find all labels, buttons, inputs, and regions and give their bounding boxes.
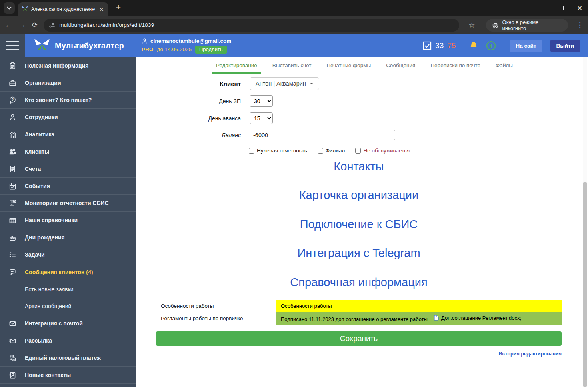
count-primary: 33 bbox=[435, 41, 444, 50]
checkbox-input[interactable] bbox=[355, 148, 361, 154]
address-bar[interactable]: multibuhgalter.ru/admin/orgs/edit/1839 bbox=[44, 19, 459, 32]
section-link[interactable]: Справочная информация bbox=[290, 276, 427, 290]
section-link[interactable]: Подключение к СБИС bbox=[300, 218, 418, 232]
section-links: КонтактыКарточка организацииПодключение … bbox=[136, 154, 582, 290]
flags-row: Нулевая отчетностьФилиалНе обслуживается bbox=[249, 148, 588, 154]
sidebar-item[interactable]: Рассылка bbox=[0, 332, 136, 349]
checkbox-input[interactable] bbox=[249, 148, 254, 154]
app-header: Мультибухгалтер cinemanoctambule@gmail.c… bbox=[0, 34, 588, 57]
sidebar-item-label: Счета bbox=[25, 166, 41, 172]
clipboard-icon bbox=[0, 62, 25, 70]
section-link[interactable]: Контакты bbox=[334, 160, 384, 174]
brand-logo[interactable]: Мультибухгалтер bbox=[25, 38, 142, 53]
sidebar-item[interactable]: ?Кто звонит? Кто пишет? bbox=[0, 92, 136, 109]
sidebar-item-label: Аналитика bbox=[25, 131, 54, 138]
briefcase-icon bbox=[0, 79, 25, 87]
sidebar-item-label: Кто звонит? Кто пишет? bbox=[25, 97, 92, 103]
site-settings-icon[interactable] bbox=[49, 22, 55, 28]
client-value: Антон | Аквамарин bbox=[256, 80, 306, 87]
browser-tab[interactable]: Аленка салон художественной ✕ bbox=[18, 2, 108, 16]
renew-button[interactable]: Продлить bbox=[195, 46, 227, 54]
salary-day-select[interactable]: 30 bbox=[250, 95, 273, 107]
advance-day-row: День аванса 15 bbox=[136, 112, 588, 124]
sidebar-item-label: Мониторинг отчетности СБИС bbox=[25, 200, 109, 206]
table-value-text: Подписано 11.11.2023 доп соглашение о ре… bbox=[281, 316, 428, 322]
sidebar-item[interactable]: События bbox=[0, 178, 136, 195]
forward-icon[interactable]: → bbox=[18, 21, 26, 30]
close-button[interactable]: ✕ bbox=[577, 4, 582, 12]
sidebar-item-label: Новые контакты bbox=[25, 372, 71, 378]
hamburger-menu-button[interactable] bbox=[0, 34, 25, 57]
sidebar-item-label: Сообщения клиентов (4) bbox=[25, 269, 93, 275]
tab-item[interactable]: Печатные формы bbox=[326, 57, 371, 74]
checkbox-input[interactable] bbox=[318, 148, 323, 154]
sidebar-item[interactable]: Счета bbox=[0, 160, 136, 178]
brand-name: Мультибухгалтер bbox=[55, 41, 124, 50]
advance-day-select[interactable]: 15 bbox=[250, 112, 273, 124]
save-button[interactable]: Сохранить bbox=[156, 331, 562, 346]
back-icon[interactable]: ← bbox=[5, 21, 12, 30]
sidebar-item-label: События bbox=[25, 183, 50, 189]
tasks-counter[interactable]: 33 75 bbox=[423, 41, 456, 50]
browser-chrome: Аленка салон художественной ✕ + − ✕ ← → … bbox=[0, 0, 588, 34]
scrollbar-thumb[interactable] bbox=[583, 182, 587, 387]
tab-item[interactable]: Сообщения bbox=[386, 57, 415, 74]
tab-search-button[interactable] bbox=[4, 2, 15, 14]
section-link[interactable]: Интеграция с Telegram bbox=[297, 247, 420, 261]
tab-close-icon[interactable]: ✕ bbox=[98, 6, 105, 12]
flag-checkbox[interactable]: Не обслуживается bbox=[355, 148, 410, 154]
new-tab-button[interactable]: + bbox=[113, 2, 124, 13]
tab-item[interactable]: Выставить счет bbox=[272, 57, 312, 74]
sidebar-item[interactable]: Мониторинг отчетности СБИС bbox=[0, 195, 136, 212]
client-label: Клиент bbox=[136, 80, 241, 87]
sidebar-item[interactable]: Дни рождения bbox=[0, 229, 136, 246]
tab-title: Аленка салон художественной bbox=[31, 6, 95, 12]
tab-item[interactable]: Файлы bbox=[496, 57, 513, 74]
bookmark-star-icon[interactable]: ☆ bbox=[468, 21, 475, 30]
sidebar-item-label: Клиенты bbox=[25, 148, 49, 155]
sidebar-item[interactable]: Клиенты bbox=[0, 143, 136, 160]
window-controls: − ✕ bbox=[542, 0, 582, 16]
info-icon[interactable]: i bbox=[486, 41, 496, 51]
sidebar-item[interactable]: Сотрудники bbox=[0, 109, 136, 126]
sidebar-item[interactable]: Сообщения клиентов (4) bbox=[0, 263, 136, 281]
client-dropdown[interactable]: Антон | Аквамарин bbox=[250, 77, 319, 90]
sidebar-item[interactable]: Архив сообщений bbox=[0, 298, 136, 315]
tab-item[interactable]: Переписки по почте bbox=[430, 57, 480, 74]
sidebar-item[interactable]: Новые контакты bbox=[0, 367, 136, 384]
flag-checkbox[interactable]: Нулевая отчетность bbox=[249, 148, 307, 154]
coins-icon bbox=[0, 354, 25, 362]
tab-active[interactable]: Редактирование bbox=[216, 57, 257, 74]
hamburger-icon bbox=[6, 41, 19, 43]
attached-file-link[interactable]: Доп.соглашение Регламент.docx; bbox=[434, 315, 521, 321]
flag-checkbox[interactable]: Филиал bbox=[318, 148, 345, 154]
sidebar-item[interactable]: Единый налоговый платеж bbox=[0, 349, 136, 367]
sidebar-item-label: Интеграция с почтой bbox=[25, 320, 83, 327]
bell-icon[interactable] bbox=[469, 41, 478, 50]
maximize-button[interactable] bbox=[560, 6, 564, 10]
sidebar-item[interactable]: Задачи bbox=[0, 246, 136, 263]
scrollbar-track[interactable] bbox=[583, 57, 587, 387]
table-row-value[interactable]: Подписано 11.11.2023 доп соглашение о ре… bbox=[276, 312, 562, 325]
to-site-button[interactable]: На сайт bbox=[510, 40, 542, 52]
table-row-value[interactable]: Особенности работы bbox=[276, 300, 562, 312]
edit-history-link[interactable]: История редактирования bbox=[499, 351, 562, 357]
refresh-icon[interactable]: ⟳ bbox=[32, 21, 38, 29]
sidebar-item[interactable]: Аналитика bbox=[0, 126, 136, 143]
balance-input[interactable] bbox=[250, 130, 395, 140]
incognito-label: Окно в режиме инкогнито bbox=[502, 19, 562, 31]
logout-button[interactable]: Выйти bbox=[550, 40, 580, 52]
sidebar-item[interactable]: Есть новые заявки bbox=[0, 281, 136, 298]
browser-menu-icon[interactable]: ⋮ bbox=[576, 21, 583, 29]
sidebar-item[interactable]: Интеграция с почтой bbox=[0, 315, 136, 332]
sidebar-item[interactable]: Организации bbox=[0, 74, 136, 92]
sidebar-item-label: Рассылка bbox=[25, 337, 52, 344]
sidebar-item[interactable]: Наши справочники bbox=[0, 212, 136, 229]
invoice-icon bbox=[0, 165, 25, 173]
incognito-badge: Окно в режиме инкогнито bbox=[486, 19, 568, 32]
sidebar-item[interactable]: Полезная информация bbox=[0, 57, 136, 74]
section-link[interactable]: Карточка организации bbox=[299, 189, 419, 203]
salary-day-label: День ЗП bbox=[136, 98, 241, 104]
minimize-button[interactable]: − bbox=[542, 4, 546, 12]
url-text: multibuhgalter.ru/admin/orgs/edit/1839 bbox=[59, 22, 154, 28]
